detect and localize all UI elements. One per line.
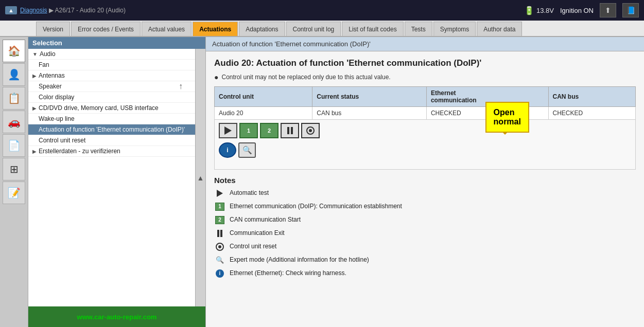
step1-button[interactable]: 1	[239, 123, 258, 138]
sidebar-grid-icon[interactable]: ⊞	[3, 158, 25, 180]
top-bar: ▲ Diagnosis ▶ A26/17 - Audio 20 (Audio) …	[0, 0, 644, 21]
tab-symptoms[interactable]: Symptoms	[433, 22, 476, 36]
page-title: Audio 20: Actuation of function 'Etherne…	[214, 58, 636, 69]
selection-item-color-display[interactable]: Color display	[28, 92, 195, 103]
expand-erstellerdaten-icon: ▶	[32, 149, 37, 154]
note-1-icon: 1	[214, 202, 225, 211]
expand-antennas-icon: ▶	[32, 73, 37, 79]
search-expert-button[interactable]: 🔍	[238, 142, 256, 158]
tab-error-codes[interactable]: Error codes / Events	[71, 22, 141, 36]
bubble-line2: normal	[494, 117, 521, 126]
selection-item-wakeup[interactable]: Wake-up line	[28, 114, 195, 124]
content-header-bar: Actuation of function 'Ethernet communic…	[206, 37, 644, 51]
col-control-unit: Control unit	[215, 87, 312, 107]
tab-actual-values[interactable]: Actual values	[142, 22, 192, 36]
bullet-icon: ●	[214, 73, 218, 81]
sidebar-icons: 🏠 👤 📋 🚗 📄 ⊞ 📝	[0, 37, 28, 327]
print-button[interactable]: ⬆	[600, 3, 616, 17]
tab-tests[interactable]: Tests	[405, 22, 432, 36]
battery-display: 🔋 13.8V	[524, 6, 554, 15]
selection-item-cddvd[interactable]: ▶ CD/DVD drive, Memory card, USB interfa…	[28, 103, 195, 114]
erstellerdaten-label: Erstellerdaten - zu verifizieren	[39, 148, 120, 155]
note-line: ● Control unit may not be replaced only …	[214, 73, 636, 81]
tab-version[interactable]: Version	[36, 22, 70, 36]
sidebar-document-icon[interactable]: 📄	[3, 134, 25, 157]
stop-button[interactable]	[301, 123, 320, 138]
cell-control-unit: Audio 20	[215, 107, 312, 120]
info-button[interactable]: i	[219, 142, 236, 158]
cell-can-bus: CHECKED	[548, 107, 635, 120]
pause-button[interactable]	[281, 123, 299, 138]
note-pause-icon	[214, 229, 225, 238]
note-item-search: 🔍 Expert mode (Additional information fo…	[214, 256, 636, 265]
tab-bar: Version Error codes / Events Actual valu…	[0, 21, 644, 37]
battery-icon: 🔋	[524, 6, 534, 15]
selection-bottom-watermark: www.car-auto-repair.com	[28, 306, 205, 327]
table-row: Audio 20 CAN bus Open normal CHEC	[215, 107, 636, 120]
antennas-label: Antennas	[39, 72, 65, 79]
battery-voltage: 13.8V	[536, 7, 554, 14]
top-bar-right: 🔋 13.8V Ignition ON ⬆ 📘	[524, 3, 639, 17]
book-button[interactable]: 📘	[622, 3, 639, 17]
note-item-play: Automatic test	[214, 189, 636, 198]
breadcrumb-separator: ▶ A26/17 - Audio 20 (Audio)	[49, 7, 126, 14]
note-item-pause: Communication Exit	[214, 229, 636, 238]
sidebar-user-icon[interactable]: 👤	[3, 63, 25, 86]
note-play-icon	[214, 189, 225, 198]
info-buttons-row: i 🔍	[219, 142, 631, 158]
selection-item-ethernet-actuation[interactable]: Actuation of function 'Ethernet communic…	[28, 124, 195, 135]
breadcrumb: Diagnosis ▶ A26/17 - Audio 20 (Audio)	[20, 7, 126, 14]
audio-label: Audio	[40, 50, 56, 58]
current-status-text: CAN bus	[317, 110, 341, 117]
tab-actuations[interactable]: Actuations	[193, 22, 238, 36]
selection-panel: Selection ▼ Audio Fan ▶ Antennas Speaker…	[28, 37, 206, 327]
note-search-text: Expert mode (Additional information for …	[230, 256, 369, 264]
sidebar-car-icon[interactable]: 🚗	[3, 111, 25, 133]
content-panel: Actuation of function 'Ethernet communic…	[206, 37, 644, 327]
sidebar-home-icon[interactable]: 🏠	[3, 40, 25, 62]
sidebar-clipboard-icon[interactable]: 📋	[3, 87, 25, 110]
stop-icon-shape	[216, 243, 224, 251]
selection-header: Selection	[28, 37, 205, 49]
main-area: 🏠 👤 📋 🚗 📄 ⊞ 📝 Selection ▼ Audio Fan ▶ An…	[0, 37, 644, 327]
note-item-stop: Control unit reset	[214, 242, 636, 251]
step2-button[interactable]: 2	[260, 123, 279, 138]
selection-item-audio[interactable]: ▼ Audio	[28, 49, 195, 60]
note-stop-text: Control unit reset	[230, 242, 276, 251]
note-2-icon: 2	[214, 215, 225, 225]
selection-title: Selection	[32, 39, 62, 47]
logo-icon: ▲	[5, 6, 17, 14]
breadcrumb-diagnosis[interactable]: Diagnosis	[20, 7, 47, 14]
notes-list: Automatic test 1 Ethernet communication …	[214, 189, 636, 278]
sidebar-edit-icon[interactable]: 📝	[3, 181, 25, 204]
selection-item-fan[interactable]: Fan	[28, 60, 195, 70]
table-row-controls: 1 2 i	[215, 120, 636, 170]
tab-fault-codes[interactable]: List of fault codes	[342, 22, 403, 36]
badge-2: 2	[215, 216, 224, 224]
note-item-info: i Ethernet (Ethernet): Check wiring harn…	[214, 269, 636, 278]
note-2-text: CAN communication Start	[230, 215, 301, 224]
note-item-1: 1 Ethernet communication (DoIP): Communi…	[214, 202, 636, 211]
selection-item-erstellerdaten[interactable]: ▶ Erstellerdaten - zu verifizieren	[28, 146, 195, 157]
tab-author-data[interactable]: Author data	[477, 22, 522, 36]
status-table: Control unit Current status Ethernetcomm…	[214, 86, 636, 170]
note-1-text: Ethernet communication (DoIP): Communica…	[230, 202, 402, 211]
expand-audio-icon: ▼	[32, 51, 38, 57]
note-item-2: 2 CAN communication Start	[214, 215, 636, 225]
tab-control-unit-log[interactable]: Control unit log	[286, 22, 341, 36]
col-current-status: Current status	[312, 87, 427, 107]
selection-item-speaker[interactable]: Speaker ↑	[28, 81, 195, 92]
note-pause-text: Communication Exit	[230, 229, 285, 238]
play-icon-shape	[217, 190, 223, 197]
selection-item-antennas[interactable]: ▶ Antennas	[28, 70, 195, 81]
note-text: Control unit may not be replaced only du…	[221, 74, 390, 81]
tab-adaptations[interactable]: Adaptations	[239, 22, 285, 36]
scroll-arrow[interactable]: ▲	[195, 49, 205, 306]
selection-item-control-unit-reset[interactable]: Control unit reset	[28, 135, 195, 146]
selection-list: ▼ Audio Fan ▶ Antennas Speaker ↑ Color d…	[28, 49, 195, 306]
play-button[interactable]	[219, 123, 237, 138]
open-normal-bubble: Open normal	[485, 102, 529, 133]
col-can-bus: CAN bus	[548, 87, 635, 107]
bubble-line1: Open	[494, 108, 521, 117]
content-header-text: Actuation of function 'Ethernet communic…	[212, 40, 371, 48]
